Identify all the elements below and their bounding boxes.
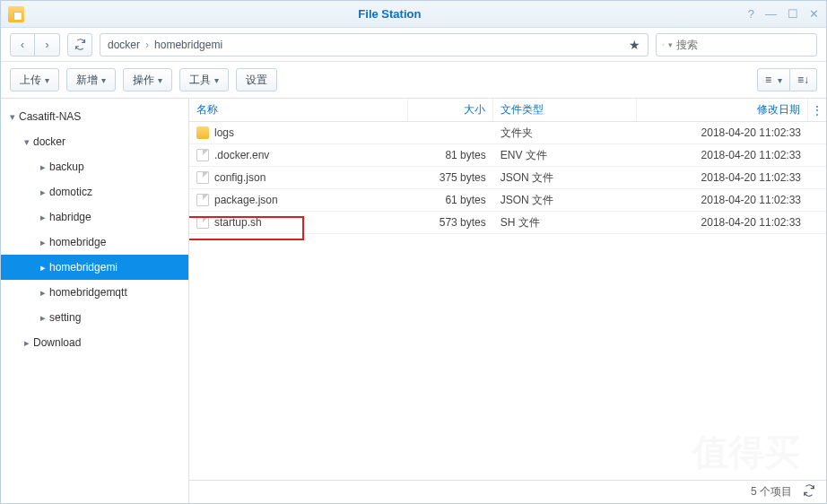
forward-button[interactable]: ›: [35, 33, 60, 56]
file-date: 2018-04-20 11:02:33: [637, 171, 808, 184]
maximize-button[interactable]: ☐: [788, 7, 798, 21]
titlebar: File Station ? — ☐ ✕: [1, 1, 826, 28]
item-count: 5 个项目: [751, 484, 792, 500]
file-icon: [196, 171, 209, 184]
col-date[interactable]: 修改日期: [637, 99, 808, 121]
file-icon: [196, 216, 209, 229]
settings-button[interactable]: 设置: [236, 68, 277, 91]
file-type: JSON 文件: [493, 170, 637, 186]
breadcrumb-seg-2[interactable]: homebridgemi: [154, 39, 222, 51]
search-caret: ▾: [668, 40, 673, 49]
file-type: 文件夹: [493, 126, 637, 141]
breadcrumb[interactable]: docker › homebridgemi ★: [100, 33, 649, 56]
file-size: 573 bytes: [408, 216, 493, 229]
col-options[interactable]: ⋮: [808, 99, 826, 121]
file-icon: [196, 149, 209, 161]
breadcrumb-seg-1[interactable]: docker: [108, 39, 140, 51]
tree-homebridgemqtt[interactable]: ▸homebridgemqtt: [1, 280, 188, 305]
file-type: SH 文件: [493, 215, 637, 230]
app-icon: [8, 6, 24, 22]
window-title: File Station: [31, 7, 748, 21]
tree-setting[interactable]: ▸setting: [1, 305, 188, 330]
file-date: 2018-04-20 11:02:33: [637, 126, 808, 139]
minimize-button[interactable]: —: [765, 7, 777, 21]
file-list: 名称 大小 文件类型 修改日期 ⋮ logs文件夹2018-04-20 11:0…: [189, 99, 826, 503]
tree-domoticz[interactable]: ▸domoticz: [1, 179, 188, 204]
tree-homebridge[interactable]: ▸homebridge: [1, 230, 188, 255]
file-name: .docker.env: [214, 149, 269, 161]
refresh-icon: [803, 484, 815, 497]
tool-button[interactable]: 工具▾: [179, 68, 229, 91]
refresh-button[interactable]: [67, 33, 92, 56]
file-icon: [196, 194, 209, 206]
refresh-icon: [74, 39, 86, 50]
file-type: ENV 文件: [493, 148, 637, 163]
list-header: 名称 大小 文件类型 修改日期 ⋮: [189, 99, 826, 122]
breadcrumb-sep: ›: [145, 39, 149, 51]
close-button[interactable]: ✕: [809, 7, 819, 21]
file-size: 81 bytes: [408, 149, 493, 161]
search-box[interactable]: ▾: [656, 33, 817, 56]
file-size: 61 bytes: [408, 194, 493, 206]
back-button[interactable]: ‹: [10, 33, 35, 56]
tree-habridge[interactable]: ▸habridge: [1, 204, 188, 230]
file-size: 375 bytes: [408, 171, 493, 184]
table-row[interactable]: logs文件夹2018-04-20 11:02:33: [189, 122, 826, 144]
svg-point-0: [662, 43, 664, 45]
file-type: JSON 文件: [493, 193, 637, 208]
table-row[interactable]: .docker.env81 bytesENV 文件2018-04-20 11:0…: [189, 144, 826, 167]
tree-download[interactable]: ▸Download: [1, 330, 188, 355]
tree-docker[interactable]: ▾docker: [1, 129, 188, 154]
col-name[interactable]: 名称: [189, 99, 408, 121]
col-size[interactable]: 大小: [408, 99, 493, 121]
search-icon: [662, 39, 665, 50]
action-toolbar: 上传▾ 新增▾ 操作▾ 工具▾ 设置 ≡▾ ≡↓: [1, 62, 826, 98]
file-name: startup.sh: [214, 216, 262, 229]
view-list-button[interactable]: ≡▾: [757, 68, 790, 91]
favorite-icon[interactable]: ★: [629, 38, 640, 52]
tree-homebridgemi[interactable]: ▸homebridgemi: [1, 255, 188, 280]
action-button[interactable]: 操作▾: [123, 68, 172, 91]
file-date: 2018-04-20 11:02:33: [637, 149, 808, 161]
svg-line-1: [664, 45, 665, 46]
folder-tree: ▾Casatift-NAS ▾docker ▸backup ▸domoticz …: [1, 99, 189, 503]
col-type[interactable]: 文件类型: [493, 99, 637, 121]
folder-icon: [196, 126, 209, 139]
sort-button[interactable]: ≡↓: [790, 68, 817, 91]
tree-backup[interactable]: ▸backup: [1, 154, 188, 179]
file-date: 2018-04-20 11:02:33: [637, 216, 808, 229]
file-name: package.json: [214, 194, 278, 206]
tree-root[interactable]: ▾Casatift-NAS: [1, 104, 188, 129]
file-date: 2018-04-20 11:02:33: [637, 194, 808, 206]
search-input[interactable]: [676, 39, 811, 51]
help-button[interactable]: ?: [748, 7, 754, 21]
status-refresh-button[interactable]: [803, 484, 815, 500]
table-row[interactable]: startup.sh573 bytesSH 文件2018-04-20 11:02…: [189, 212, 826, 234]
statusbar: 5 个项目: [189, 480, 826, 503]
upload-button[interactable]: 上传▾: [10, 68, 59, 91]
file-name: config.json: [214, 171, 266, 184]
table-row[interactable]: package.json61 bytesJSON 文件2018-04-20 11…: [189, 189, 826, 212]
nav-toolbar: ‹ › docker › homebridgemi ★ ▾: [1, 28, 826, 62]
file-name: logs: [214, 126, 234, 139]
file-station-window: File Station ? — ☐ ✕ ‹ › docker › homebr…: [0, 0, 827, 504]
table-row[interactable]: config.json375 bytesJSON 文件2018-04-20 11…: [189, 167, 826, 189]
create-button[interactable]: 新增▾: [66, 68, 116, 91]
